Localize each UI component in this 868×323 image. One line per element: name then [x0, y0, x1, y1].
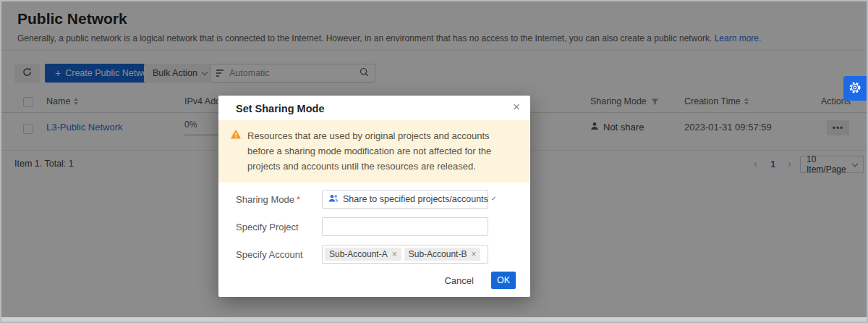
- tag-remove-icon[interactable]: ×: [471, 249, 476, 259]
- warning-text: Resources that are used by original proj…: [247, 128, 513, 174]
- ok-button[interactable]: OK: [491, 272, 516, 289]
- sharing-mode-select[interactable]: Share to specified projects/accounts: [322, 190, 488, 209]
- bottom-scrollbar-track[interactable]: [1, 317, 867, 322]
- cancel-button[interactable]: Cancel: [444, 275, 473, 286]
- set-sharing-mode-dialog: Set Sharing Mode × Resources that are us…: [218, 96, 530, 297]
- specify-account-field: Specify Account Sub-Account-A × Sub-Acco…: [236, 245, 513, 264]
- account-tag-label: Sub-Account-B: [409, 249, 467, 259]
- close-button[interactable]: ×: [513, 100, 520, 114]
- dialog-title: Set Sharing Mode: [236, 103, 324, 114]
- specify-account-label: Specify Account: [236, 249, 322, 260]
- share-accounts-icon: [328, 194, 339, 205]
- chevron-down-icon: [492, 196, 495, 200]
- specify-project-input[interactable]: [322, 217, 488, 236]
- account-tag: Sub-Account-B ×: [404, 248, 481, 261]
- sharing-mode-field: Sharing Mode* Share to specified project…: [236, 190, 513, 209]
- dialog-footer: Cancel OK: [218, 272, 530, 297]
- dialog-header: Set Sharing Mode ×: [218, 96, 530, 120]
- required-asterisk: *: [297, 194, 300, 205]
- specify-project-label: Specify Project: [236, 222, 322, 232]
- dialog-form: Sharing Mode* Share to specified project…: [218, 183, 530, 264]
- account-tag: Sub-Account-A ×: [325, 248, 401, 261]
- column-settings-button[interactable]: [843, 76, 867, 101]
- tag-remove-icon[interactable]: ×: [392, 249, 397, 259]
- account-tag-label: Sub-Account-A: [329, 249, 388, 259]
- warning-icon: [231, 130, 241, 141]
- app-window: Public Network Generally, a public netwo…: [0, 0, 868, 323]
- sharing-mode-label: Sharing Mode*: [236, 194, 322, 205]
- close-icon: ×: [513, 100, 520, 114]
- gear-icon: [848, 81, 861, 96]
- sharing-mode-value: Share to specified projects/accounts: [343, 194, 488, 204]
- specify-project-field: Specify Project: [236, 217, 513, 236]
- warning-banner: Resources that are used by original proj…: [218, 120, 530, 183]
- specify-account-input[interactable]: Sub-Account-A × Sub-Account-B ×: [322, 245, 488, 264]
